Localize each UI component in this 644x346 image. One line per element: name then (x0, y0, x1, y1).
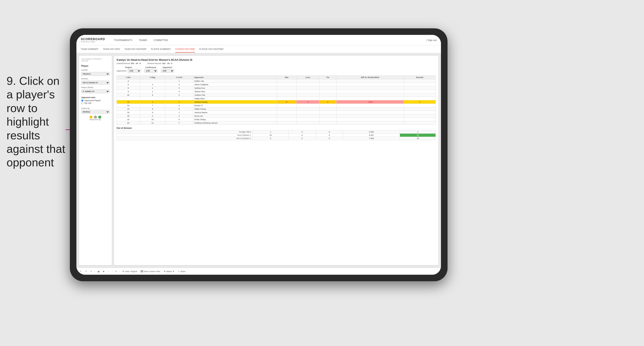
region-filter-row: Opponents: (All) (116, 69, 141, 73)
out-table-row[interactable]: NCAA Division 2 5 0 0 7.400 10 (117, 137, 436, 140)
sub-nav-player-h2h-grid[interactable]: PLAYER H2H GRID (175, 46, 195, 52)
colour-labels-row: Down Level Up (81, 119, 110, 121)
radio-opponents-played-label: Opponents Played (84, 99, 100, 102)
th-opponent: Opponent (193, 76, 277, 79)
history-btn[interactable]: ↷ (90, 270, 93, 273)
sub-nav-player-summary[interactable]: PLAYER SUMMARY (151, 46, 171, 52)
table-row[interactable]: 13 1 1 Jessica Huang 0 1 0 -3.00 2 (117, 100, 436, 104)
table-row[interactable]: Haeju Hyun (117, 97, 436, 100)
save-custom-btn[interactable]: 💾 Save Custom View (140, 270, 161, 273)
colour-dots-row (81, 116, 110, 119)
sub-nav-team-h2h-heatmap[interactable]: TEAM H2H HEATMAP (124, 46, 146, 52)
conference-filter-group: Conference (All) (144, 66, 158, 73)
out-table-row[interactable]: Foreign Team 1 0 0 4.500 2 (117, 130, 436, 134)
sub-nav-player-h2h-heatmap[interactable]: PLAYER H2H HEATMAP (199, 46, 224, 52)
out-of-division-table: Foreign Team 1 0 0 4.500 2 NAIA Division… (116, 130, 436, 140)
table-row[interactable]: 6 1 3 Sydney Kuo (117, 86, 436, 90)
sub-nav-team-h2h-grid[interactable]: TEAM H2H GRID (103, 46, 120, 52)
table-row[interactable]: 18 2 2 Euna Lee (117, 114, 436, 118)
watch-btn[interactable]: 👁 Watch ▼ (163, 270, 175, 273)
sign-out-link[interactable]: Sign out (428, 38, 436, 42)
sub-nav: TEAM SUMMARY TEAM H2H GRID TEAM H2H HEAT… (76, 45, 441, 53)
player-section-title: Player (81, 65, 110, 67)
table-row[interactable]: 15 8 5 Stella Cheng (117, 107, 436, 111)
nav-separator: | (426, 39, 428, 41)
th-div: # Div (117, 76, 140, 79)
radio-top100-label: Top 100 (84, 102, 91, 104)
table-row[interactable]: 16 9 1 Jessica Mason (117, 111, 436, 114)
sub-nav-team-summary[interactable]: TEAM SUMMARY (81, 46, 99, 52)
table-row[interactable]: 19 10 6 Emily Chang (117, 118, 436, 121)
save-icon: 💾 (140, 270, 143, 273)
nav-tournaments[interactable]: TOURNAMENTS (114, 38, 132, 42)
region-filter-group: Region Opponents: (All) (116, 66, 141, 73)
opponent-filter-group: Opponent (All) (161, 66, 174, 73)
chevron-down-icon: ▼ (172, 270, 174, 273)
tools-btn[interactable]: ▦ (97, 270, 100, 273)
opponent-view-title: Opponent view (81, 96, 110, 99)
table-row[interactable]: 14 7 4 Eunice Yi (117, 104, 436, 107)
colour-select[interactable]: Win/loss (81, 110, 110, 114)
colour-label: Colour by (81, 107, 110, 109)
colour-section: Colour by Win/loss Down Level Up (81, 107, 110, 121)
share-btn[interactable]: ⇧ Share (177, 270, 186, 273)
radio-top100[interactable]: Top 100 (81, 102, 110, 104)
conference-select[interactable]: (All) (144, 69, 158, 73)
region-label: Region (116, 66, 141, 68)
logo: SCOREBOARD Powered by clippd (81, 37, 105, 43)
redo-btn[interactable]: ↷ (84, 270, 88, 273)
region-select[interactable]: (All) (128, 69, 141, 73)
tablet-shell: SCOREBOARD Powered by clippd TOURNAMENTS… (70, 28, 448, 281)
instruction-body: Click on a player's row to highlight res… (6, 75, 65, 169)
main-table-container: # Div # Reg # Conf Opponent Win Loss Tie… (116, 74, 436, 263)
out-table-row[interactable]: NAIA Division 1 15 0 0 9.267 30 (117, 134, 436, 137)
opponent-select[interactable]: (All) (161, 69, 174, 73)
colour-label-down: Down (90, 119, 92, 121)
right-panel: Katelyn Vo Head-to-Head Grid for Women's… (114, 56, 438, 265)
radio-opponents-played[interactable]: Opponents Played (81, 99, 110, 102)
division-label: Division (81, 78, 110, 80)
view-original-btn[interactable]: 👁 View: Original (122, 270, 138, 273)
table-row[interactable]: 20 11 7 Federica Domecq Lacroze (117, 121, 436, 125)
more-btn[interactable]: ⋯ (107, 270, 110, 273)
colour-dot-down (90, 116, 92, 119)
gender-select[interactable]: Women's (81, 72, 110, 76)
eye-icon: 👁 (122, 270, 124, 273)
nav-links: TOURNAMENTS TEAMS COMMITTEE (114, 38, 426, 42)
th-reg: # Reg (140, 76, 165, 79)
table-row[interactable]: 3 1 Esther Lee (117, 79, 436, 83)
records-row: Overall Record: 353 - 34 - 6 Division Re… (116, 62, 436, 65)
crop-btn[interactable]: ■ (102, 270, 105, 273)
nav-committee[interactable]: COMMITTEE (154, 38, 168, 42)
opponents-label: Opponents: (116, 70, 127, 72)
th-loss: Loss (296, 76, 320, 79)
main-table: # Div # Reg # Conf Opponent Win Loss Tie… (116, 75, 436, 125)
conference-label: Conference (144, 66, 158, 68)
overall-record: Overall Record: 353 - 34 - 6 (116, 62, 141, 65)
table-row[interactable]: 10 6 3 Andrea York (117, 93, 436, 97)
bottom-toolbar: ↶ ↷ ↷ ▦ ■ ⋯ ↺ 👁 View: Original 💾 Save Cu… (76, 268, 441, 275)
share-icon: ⇧ (178, 270, 180, 273)
main-area: Last Updated: 27/03/2024 16:55:28 Player… (76, 53, 441, 268)
table-row[interactable]: 9 1 4 Sharon Mun (117, 90, 436, 93)
nav-teams[interactable]: TEAMS (139, 38, 147, 42)
th-diff: Diff Av Strokes/Rnd (336, 76, 404, 79)
sep1 (95, 270, 95, 273)
out-of-division-title: Out of division (116, 127, 436, 129)
table-row[interactable]: 5 2 2 Alexis Sudjianto (117, 83, 436, 86)
refresh-btn[interactable]: ↺ (114, 270, 118, 273)
instruction-number: 9. (6, 75, 16, 87)
th-rounds: Rounds (404, 76, 436, 79)
player-rank-select[interactable]: 8. Katelyn Vo (81, 89, 110, 93)
division-record: Division Record: 331 - 34 - 6 (147, 62, 172, 65)
tablet-screen: SCOREBOARD Powered by clippd TOURNAMENTS… (76, 35, 441, 275)
division-select[interactable]: NCAA Division III (81, 81, 110, 85)
grid-title: Katelyn Vo Head-to-Head Grid for Women's… (116, 58, 436, 61)
watch-icon: 👁 (164, 270, 166, 273)
filters-row: Region Opponents: (All) Conference (All) (116, 66, 436, 73)
player-rank-label: Player (Rank) (81, 86, 110, 89)
th-conf: # Conf (165, 76, 193, 79)
colour-dot-level (94, 116, 97, 119)
undo-btn[interactable]: ↶ (79, 270, 82, 273)
gender-label: Gender (81, 69, 110, 71)
